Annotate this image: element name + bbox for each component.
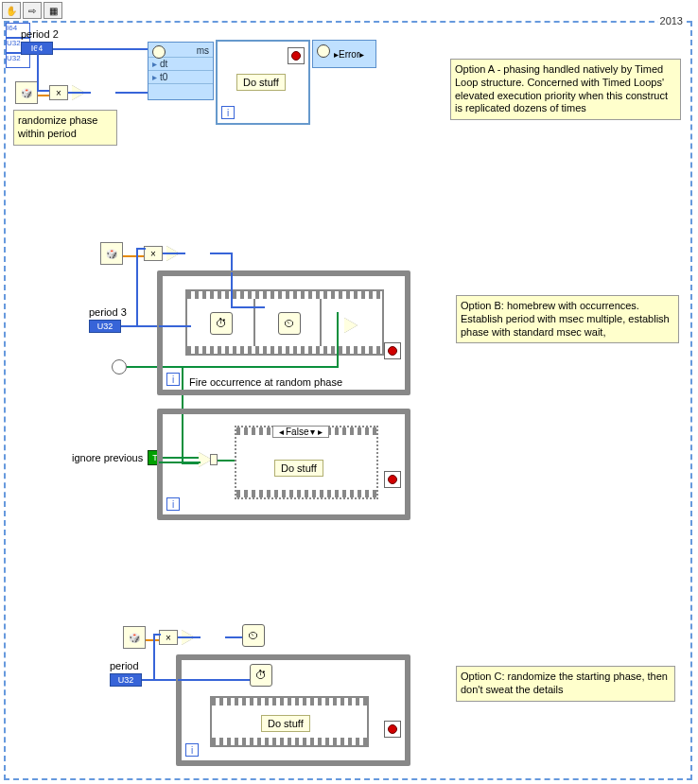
multiply-node-a[interactable]: ×: [49, 85, 68, 100]
case-selector[interactable]: ◂ False ▾ ▸: [272, 426, 329, 438]
wire: [153, 634, 161, 636]
flat-sequence-c[interactable]: Do stuff: [210, 696, 369, 747]
wait-ms-icon-c[interactable]: ⏲: [242, 624, 265, 647]
do-stuff-b: Do stuff: [274, 460, 323, 477]
timed-loop-right-node[interactable]: ▸Error▸: [312, 40, 376, 68]
period3-label: period 3: [89, 306, 127, 318]
while-loop-wait-occ[interactable]: ◂ False ▾ ▸ Do stuff i: [157, 409, 410, 520]
multiply-node-b[interactable]: ×: [144, 246, 163, 261]
while-loop-c[interactable]: ⏱ Do stuff i: [176, 654, 410, 766]
wire: [178, 679, 250, 681]
wire: [159, 462, 201, 463]
wire: [218, 460, 235, 462]
wire: [115, 92, 148, 94]
wire: [159, 325, 191, 327]
wait-ms-multiple-icon[interactable]: ⏱: [210, 312, 233, 335]
wait-occ-body: [210, 454, 218, 465]
fire-occurrence-node[interactable]: [344, 318, 358, 333]
wire: [123, 255, 144, 257]
occurrence-constant[interactable]: [112, 359, 127, 375]
to-u32-node-c[interactable]: U32: [6, 53, 30, 68]
wire: [37, 48, 39, 92]
wire: [53, 48, 148, 50]
timed-loop-body[interactable]: Do stuff i: [216, 40, 310, 125]
wire: [142, 679, 180, 681]
stop-terminal-b2[interactable]: [384, 471, 401, 488]
wire: [163, 253, 185, 254]
fire-occurrence-label: Fire occurrence at random phase: [189, 376, 342, 388]
option-c-comment: Option C: randomize the starting phase, …: [456, 666, 675, 702]
option-b-comment: Option B: homebrew with occurrences. Est…: [456, 295, 679, 343]
hand-tool-button[interactable]: ✋: [2, 2, 21, 19]
multiply-node-c[interactable]: ×: [159, 630, 178, 645]
stop-terminal-b1[interactable]: [384, 342, 401, 359]
dt-row: dt: [160, 59, 167, 69]
wire: [231, 306, 265, 308]
option-a-comment: Option A - phasing handled natively by T…: [450, 59, 681, 120]
do-stuff-a: Do stuff: [236, 74, 286, 91]
timed-loop-unit: ms: [197, 45, 209, 56]
dice-random-node-b[interactable]: 🎲: [100, 242, 123, 265]
frame-year-label: 2013: [658, 15, 685, 26]
t0-row: t0: [160, 72, 167, 82]
wait-ms-icon[interactable]: ⏲: [278, 312, 301, 335]
ignore-previous-label: ignore previous: [72, 452, 143, 463]
wire: [225, 636, 242, 638]
iteration-terminal-b1: i: [166, 373, 180, 386]
do-stuff-c: Do stuff: [261, 715, 310, 732]
period-terminal[interactable]: U32: [110, 673, 142, 687]
wire: [178, 636, 201, 638]
clock-icon: [152, 45, 166, 59]
iteration-terminal-a: i: [221, 106, 235, 119]
wire: [136, 248, 138, 327]
stop-terminal-c[interactable]: [384, 721, 401, 738]
wire: [38, 95, 49, 96]
wire: [337, 312, 339, 368]
dice-random-node-a[interactable]: 🎲: [15, 81, 38, 104]
dice-random-node-c[interactable]: 🎲: [123, 626, 146, 649]
wire: [146, 639, 159, 641]
randomize-phase-label: randomize phase within period: [13, 110, 117, 146]
block-diagram-canvas: { "frame": { "year": "2013" }, "toolbar"…: [0, 0, 698, 784]
select-tool-button[interactable]: ▦: [44, 2, 62, 19]
wire: [68, 92, 91, 94]
wire: [231, 272, 233, 306]
stop-terminal-a[interactable]: [288, 47, 305, 64]
while-loop-fire[interactable]: ⏱ ⏲ i Fire occurrence at random phase: [157, 270, 410, 395]
error-out-label: Error: [339, 49, 359, 60]
diagram-frame: 2013 period 2 I64 🎲 × I64 randomize phas…: [4, 21, 692, 780]
wait-ms-multiple-icon-c[interactable]: ⏱: [250, 664, 272, 687]
case-structure-b[interactable]: ◂ False ▾ ▸ Do stuff: [235, 426, 378, 499]
timed-loop-left-node[interactable]: ms ▸dt ▸t0: [148, 42, 214, 100]
toolbar: ✋ ⇨ ▦: [0, 0, 64, 21]
period2-label: period 2: [21, 28, 59, 40]
wire: [153, 634, 155, 681]
period-label: period: [110, 660, 139, 671]
iteration-terminal-b2: i: [166, 497, 180, 511]
iteration-terminal-c: i: [185, 743, 199, 757]
wire: [210, 253, 233, 254]
period3-terminal[interactable]: U32: [89, 320, 121, 333]
arrow-tool-button[interactable]: ⇨: [23, 2, 42, 19]
clock-icon: [317, 44, 330, 58]
wire: [180, 366, 339, 368]
wire: [136, 248, 146, 250]
flat-sequence-b[interactable]: ⏱ ⏲: [185, 289, 384, 356]
wire: [37, 90, 49, 92]
